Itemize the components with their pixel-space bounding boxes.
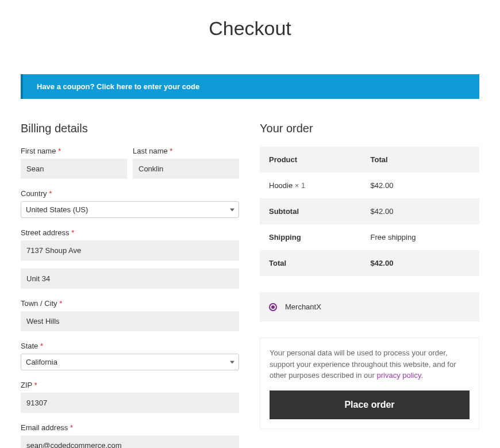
city-label-text: Town / City: [21, 299, 57, 308]
coupon-prompt: Have a coupon?: [37, 82, 97, 91]
street-label: Street address *: [21, 228, 239, 237]
zip-input[interactable]: [21, 393, 239, 413]
city-label: Town / City *: [21, 299, 239, 308]
last-name-label: Last name *: [133, 147, 239, 155]
col-total: Total: [361, 147, 479, 173]
total-value: $42.00: [361, 250, 479, 276]
page-title: Checkout: [21, 17, 479, 40]
coupon-link[interactable]: Click here to enter your code: [97, 82, 199, 91]
email-label-text: Email address: [21, 423, 68, 432]
state-select[interactable]: California: [21, 354, 239, 370]
total-row: Total $42.00: [260, 250, 479, 276]
city-input[interactable]: [21, 311, 239, 331]
email-input[interactable]: [21, 435, 239, 448]
subtotal-row: Subtotal $42.00: [260, 198, 479, 224]
first-name-label: First name *: [21, 147, 127, 155]
country-label-text: Country: [21, 189, 47, 198]
col-product: Product: [260, 147, 361, 173]
table-header-row: Product Total: [260, 147, 479, 173]
shipping-label: Shipping: [260, 224, 361, 250]
privacy-and-submit: Your personal data will be used to proce…: [260, 338, 479, 429]
place-order-button[interactable]: Place order: [270, 390, 470, 419]
country-select[interactable]: United States (US): [21, 201, 239, 218]
item-name: Hoodie: [269, 181, 295, 190]
first-name-input[interactable]: [21, 159, 127, 179]
subtotal-label: Subtotal: [260, 198, 361, 224]
payment-method[interactable]: MerchantX: [260, 292, 479, 321]
coupon-banner[interactable]: Have a coupon? Click here to enter your …: [21, 74, 479, 99]
radio-selected-icon[interactable]: [269, 303, 277, 311]
country-label: Country *: [21, 189, 239, 198]
zip-label-text: ZIP: [21, 381, 32, 389]
privacy-text-after: .: [421, 371, 424, 380]
item-qty: × 1: [295, 181, 305, 190]
required-mark: *: [59, 299, 62, 308]
required-mark: *: [170, 147, 172, 155]
privacy-policy-link[interactable]: privacy policy: [376, 371, 421, 380]
street-address-2-input[interactable]: [21, 269, 239, 289]
street-label-text: Street address: [21, 228, 70, 237]
item-total: $42.00: [361, 173, 479, 198]
street-address-1-input[interactable]: [21, 240, 239, 261]
table-row: Hoodie × 1 $42.00: [260, 173, 479, 198]
last-name-input[interactable]: [133, 159, 239, 179]
payment-method-name: MerchantX: [285, 303, 321, 311]
shipping-row: Shipping Free shipping: [260, 224, 479, 250]
first-name-label-text: First name: [21, 147, 56, 155]
total-label: Total: [260, 250, 361, 276]
required-mark: *: [34, 381, 37, 389]
required-mark: *: [40, 342, 43, 350]
billing-heading: Billing details: [21, 122, 239, 135]
last-name-label-text: Last name: [133, 147, 168, 155]
order-summary-table: Product Total Hoodie × 1 $42.00 Subtotal…: [260, 147, 479, 276]
state-label: State *: [21, 342, 239, 350]
email-label: Email address *: [21, 423, 239, 432]
state-label-text: State: [21, 342, 38, 350]
subtotal-value: $42.00: [361, 198, 479, 224]
shipping-value: Free shipping: [361, 224, 479, 250]
zip-label: ZIP *: [21, 381, 239, 389]
privacy-text-before: Your personal data will be used to proce…: [270, 349, 456, 380]
required-mark: *: [71, 228, 74, 237]
required-mark: *: [70, 423, 73, 432]
required-mark: *: [49, 189, 52, 198]
privacy-text: Your personal data will be used to proce…: [270, 347, 470, 381]
required-mark: *: [58, 147, 61, 155]
radio-dot-icon: [271, 305, 275, 309]
order-heading: Your order: [260, 122, 479, 135]
